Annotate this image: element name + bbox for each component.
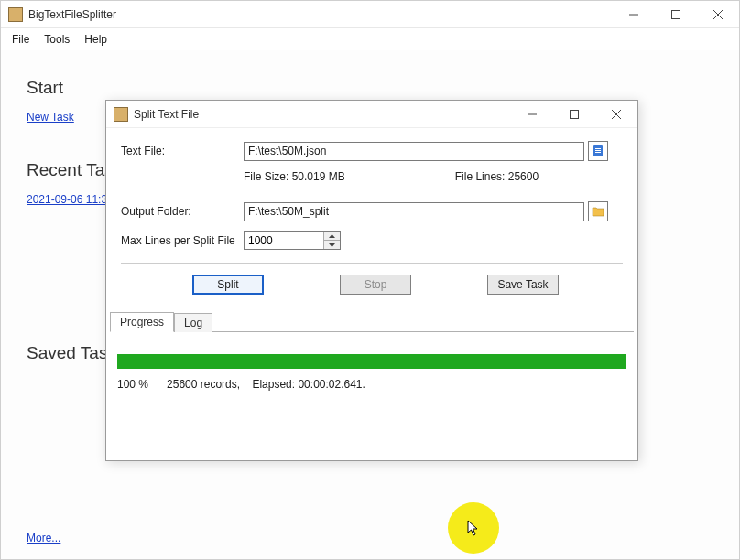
cursor-highlight	[448, 502, 499, 554]
split-button[interactable]: Split	[192, 275, 264, 295]
max-lines-row: Max Lines per Split File	[121, 231, 623, 250]
svg-marker-13	[329, 243, 335, 247]
text-file-row: Text File:	[121, 141, 623, 161]
dialog-window-buttons	[511, 101, 637, 128]
maximize-icon	[570, 110, 579, 119]
output-folder-input[interactable]	[244, 202, 584, 221]
spinner-up-button[interactable]	[324, 232, 340, 241]
split-dialog: Split Text File Text File:	[105, 100, 638, 461]
maximize-button[interactable]	[655, 1, 697, 28]
tab-progress[interactable]: Progress	[110, 312, 174, 332]
dialog-body: Text File: File Size: 50.019 MB File Lin…	[106, 128, 637, 311]
chevron-up-icon	[329, 234, 335, 238]
divider	[121, 263, 623, 264]
tab-content-progress: 100 % 25600 records, Elapsed: 00:00:02.6…	[110, 331, 634, 451]
progress-bar	[117, 354, 626, 369]
text-file-label: Text File:	[121, 145, 244, 157]
dialog-app-icon	[114, 107, 128, 122]
close-icon	[612, 110, 621, 119]
text-file-input[interactable]	[244, 142, 584, 161]
app-icon	[8, 7, 23, 22]
menu-tools[interactable]: Tools	[37, 31, 77, 48]
maximize-icon	[671, 10, 680, 19]
browse-file-button[interactable]	[588, 141, 608, 161]
spinner-down-button[interactable]	[324, 241, 340, 249]
chevron-down-icon	[329, 243, 335, 247]
file-icon	[592, 145, 604, 157]
app-title: BigTextFileSplitter	[28, 8, 116, 21]
minimize-icon	[629, 10, 638, 19]
browse-folder-button[interactable]	[588, 201, 608, 221]
tabs: Progress Log	[110, 311, 634, 331]
dialog-titlebar[interactable]: Split Text File	[106, 101, 637, 128]
new-task-link[interactable]: New Task	[27, 111, 74, 124]
dialog-title: Split Text File	[134, 108, 199, 121]
menu-file[interactable]: File	[5, 31, 37, 48]
file-info-row: File Size: 50.019 MB File Lines: 25600	[121, 170, 623, 183]
svg-rect-1	[672, 10, 680, 18]
dialog-minimize-button[interactable]	[511, 101, 553, 128]
max-lines-input[interactable]	[245, 232, 323, 249]
button-row: Split Stop Save Task	[121, 275, 623, 302]
menubar: File Tools Help	[1, 28, 739, 50]
save-task-button[interactable]: Save Task	[487, 275, 559, 295]
main-window-buttons	[613, 1, 739, 28]
dialog-maximize-button[interactable]	[553, 101, 595, 128]
main-titlebar: BigTextFileSplitter	[1, 1, 739, 28]
tab-area: Progress Log 100 % 25600 records, Elapse…	[106, 311, 637, 460]
more-link[interactable]: More...	[27, 532, 60, 544]
svg-rect-11	[595, 152, 601, 153]
max-lines-spinner	[244, 231, 341, 250]
minimize-button[interactable]	[613, 1, 655, 28]
close-button[interactable]	[697, 1, 739, 28]
file-lines-info: File Lines: 25600	[455, 170, 539, 183]
recent-task-link[interactable]: 2021-09-06 11:3	[27, 193, 107, 206]
dialog-close-button[interactable]	[595, 101, 637, 128]
folder-icon	[592, 206, 604, 217]
max-lines-label: Max Lines per Split File	[121, 234, 244, 247]
progress-status: 100 % 25600 records, Elapsed: 00:00:02.6…	[117, 378, 626, 391]
svg-marker-12	[329, 234, 335, 238]
svg-rect-10	[595, 150, 601, 151]
file-size-info: File Size: 50.019 MB	[244, 170, 345, 183]
tab-log[interactable]: Log	[174, 313, 212, 332]
start-heading: Start	[27, 78, 713, 98]
output-folder-row: Output Folder:	[121, 201, 623, 221]
minimize-icon	[528, 110, 537, 119]
output-folder-label: Output Folder:	[121, 205, 244, 218]
spinner-buttons	[323, 232, 340, 249]
menu-help[interactable]: Help	[77, 31, 114, 48]
svg-rect-5	[571, 110, 579, 118]
svg-rect-9	[595, 148, 601, 149]
stop-button[interactable]: Stop	[340, 275, 411, 295]
cursor-icon	[467, 520, 480, 536]
close-icon	[713, 10, 723, 19]
